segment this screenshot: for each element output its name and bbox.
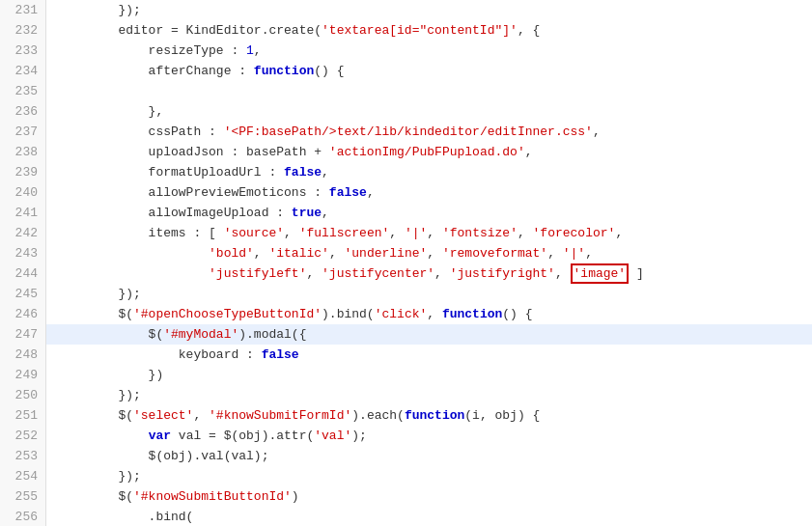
code-token: 'select' (133, 408, 193, 423)
code-token: 'click' (375, 307, 428, 321)
code-token: editor = KindEditor.create( (58, 23, 322, 38)
code-line-content: 'bold', 'italic', 'underline', 'removefo… (46, 243, 812, 263)
code-token: '<PF:basePath/>text/lib/kindeditor/editI… (224, 125, 593, 139)
code-token: , (329, 246, 345, 261)
code-row: 239 formatUploadUrl : false, (0, 162, 812, 182)
line-number: 256 (0, 507, 46, 526)
code-line-content: formatUploadUrl : false, (46, 162, 812, 182)
code-token: '#knowSubmitButtonId' (133, 489, 292, 504)
code-token: 1 (246, 43, 254, 58)
code-token: false (262, 347, 299, 362)
code-row: 233 resizeType : 1, (0, 41, 812, 61)
code-row: 238 uploadJson : basePath + 'actionImg/P… (0, 142, 812, 162)
code-token: , (615, 226, 623, 240)
code-token: () { (314, 64, 344, 78)
code-token: , (306, 266, 322, 281)
code-row: 232 editor = KindEditor.create('textarea… (0, 20, 812, 41)
line-number: 245 (0, 284, 46, 304)
code-token: $( (58, 327, 163, 342)
code-token: function (442, 307, 502, 321)
code-row: 235 (0, 81, 812, 101)
line-number: 234 (0, 61, 46, 81)
code-row: 237 cssPath : '<PF:basePath/>text/lib/ki… (0, 122, 812, 142)
code-token: val = $(obj).attr( (171, 429, 314, 443)
code-row: 255 $('#knowSubmitButtonId') (0, 486, 812, 507)
code-line-content: $(obj).val(val); (46, 446, 812, 466)
code-line-content: allowPreviewEmoticons : false, (46, 182, 812, 203)
code-token: '|' (405, 226, 427, 240)
code-token: resizeType : (58, 43, 246, 58)
code-row: 245 }); (0, 284, 812, 304)
code-token: , (284, 226, 299, 240)
code-token: , (322, 206, 329, 220)
code-line-content: allowImageUpload : true, (46, 203, 812, 223)
code-row: 231 }); (0, 0, 812, 20)
code-row: 254 }); (0, 466, 812, 486)
code-token: , (585, 246, 593, 261)
code-token: afterChange : (58, 64, 254, 78)
code-row: 240 allowPreviewEmoticons : false, (0, 182, 812, 203)
code-token: }); (58, 3, 141, 17)
code-token: }); (58, 388, 141, 402)
line-number: 238 (0, 142, 46, 162)
code-token: ).modal({ (238, 327, 306, 342)
code-token: allowPreviewEmoticons : (58, 185, 329, 200)
code-line-content: cssPath : '<PF:basePath/>text/lib/kinded… (46, 122, 812, 142)
line-number: 240 (0, 182, 46, 203)
code-token (58, 429, 149, 443)
line-number: 247 (0, 324, 46, 345)
code-token: 'val' (314, 429, 351, 443)
line-number: 254 (0, 466, 46, 486)
line-number: 233 (0, 41, 46, 61)
code-line-content: editor = KindEditor.create('textarea[id=… (46, 20, 812, 41)
code-token: }, (58, 104, 163, 119)
code-token: $( (58, 408, 133, 423)
code-row: 243 'bold', 'italic', 'underline', 'remo… (0, 243, 812, 263)
code-token: , (547, 246, 563, 261)
line-number: 253 (0, 446, 46, 466)
code-token: 'justifycenter' (322, 266, 434, 281)
code-token: 'fontsize' (442, 226, 518, 240)
code-token: , (525, 145, 533, 159)
code-token: , (427, 226, 442, 240)
code-token: , { (518, 23, 540, 38)
line-number: 241 (0, 203, 46, 223)
code-token: }) (58, 368, 163, 382)
code-line-content: }); (46, 385, 812, 405)
code-token: , (193, 408, 209, 423)
line-number: 244 (0, 263, 46, 284)
code-token: ); (351, 429, 367, 443)
line-number: 249 (0, 365, 46, 385)
code-token: }); (58, 469, 141, 484)
code-token: , (427, 307, 442, 321)
code-token: '#myModal' (163, 327, 238, 342)
code-token: items : [ (58, 226, 224, 240)
code-token: .bind( (58, 510, 193, 524)
code-token (58, 266, 209, 281)
code-token: ).each( (351, 408, 405, 423)
code-token: , (434, 266, 450, 281)
code-token: , (322, 165, 329, 180)
code-row: 251 $('select', '#knowSubmitFormId').eac… (0, 405, 812, 426)
code-token: 'justifyright' (450, 266, 555, 281)
code-line-content: 'justifyleft', 'justifycenter', 'justify… (46, 263, 812, 284)
code-token: function (405, 408, 464, 423)
code-token: true (292, 206, 322, 220)
code-row: 236 }, (0, 101, 812, 122)
line-number: 248 (0, 345, 46, 365)
line-number: 242 (0, 223, 46, 243)
code-line-content: resizeType : 1, (46, 41, 812, 61)
code-token: 'forecolor' (533, 226, 616, 240)
code-token: , (367, 185, 375, 200)
code-line-content: $('#knowSubmitButtonId') (46, 486, 812, 507)
code-token: var (149, 429, 171, 443)
code-line-content: .bind( (46, 507, 812, 526)
line-number: 255 (0, 486, 46, 507)
code-token: '|' (563, 246, 585, 261)
line-number: 237 (0, 122, 46, 142)
code-line-content: $('#openChooseTypeButtonId').bind('click… (46, 304, 812, 324)
code-row: 256 .bind( (0, 507, 812, 526)
code-line-content: }); (46, 284, 812, 304)
code-line-content: items : [ 'source', 'fullscreen', '|', '… (46, 223, 812, 243)
code-row: 247 $('#myModal').modal({ (0, 324, 812, 345)
